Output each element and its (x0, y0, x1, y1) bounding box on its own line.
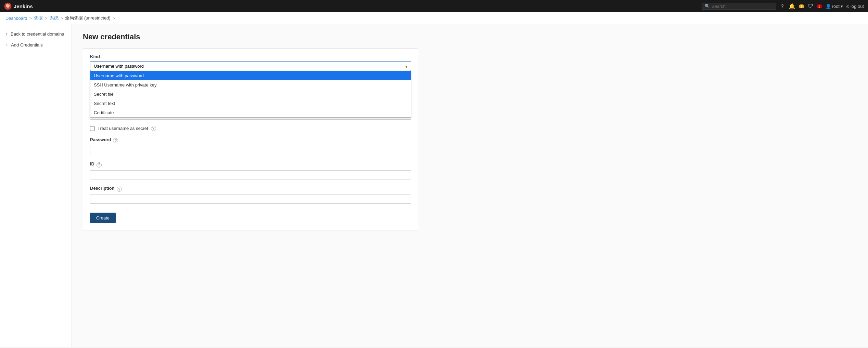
user-label: root (832, 4, 840, 9)
breadcrumb-sep-3: > (61, 16, 63, 21)
description-help-icon[interactable]: ? (117, 187, 122, 192)
description-input[interactable] (90, 195, 411, 204)
add-icon: + (5, 42, 8, 48)
kind-row: Kind Username with password SSH Username… (83, 49, 418, 71)
treat-username-help-icon[interactable]: ? (151, 126, 156, 131)
breadcrumb-dashboard[interactable]: Dashboard (5, 16, 27, 21)
logout-label: log out (851, 4, 864, 9)
svg-point-3 (7, 4, 8, 5)
breadcrumb-sep-1: > (29, 16, 32, 21)
sidebar: ↑ Back to credential domains + Add Crede… (0, 24, 72, 347)
search-icon: 🔍 (705, 4, 710, 9)
kind-select[interactable]: Username with password SSH Username with… (90, 61, 411, 71)
breadcrumb-global: 全局凭据 (unrestricted) (65, 15, 110, 21)
user-icon: 👤 (826, 4, 831, 9)
password-field-row: Password ? (90, 137, 411, 155)
breadcrumb-system[interactable]: 系统 (50, 15, 59, 21)
new-credentials-form: Kind Username with password SSH Username… (83, 48, 418, 230)
search-input[interactable] (712, 4, 773, 9)
password-input[interactable] (90, 146, 411, 155)
logout-button[interactable]: ⎋ log out (846, 4, 864, 9)
breadcrumb-sep-2: > (45, 16, 48, 21)
dropdown-item-ssh[interactable]: SSH Username with private key (90, 80, 411, 90)
search-box[interactable]: 🔍 (702, 3, 776, 10)
id-input[interactable] (90, 170, 411, 179)
shield-icon[interactable]: 🛡 (808, 3, 813, 9)
shield-badge: 1 (817, 4, 822, 8)
description-label: Description (90, 186, 115, 191)
create-button[interactable]: Create (90, 213, 116, 223)
kind-label: Kind (90, 54, 411, 59)
main-content: New credentials Kind Username with passw… (72, 24, 868, 347)
sidebar-back-label: Back to credential domains (11, 31, 64, 37)
sidebar-item-back[interactable]: ↑ Back to credential domains (0, 28, 72, 39)
brand-name: Jenkins (14, 3, 33, 9)
id-field-row: ID ? (90, 161, 411, 179)
help-button[interactable]: ? (780, 3, 785, 10)
dropdown-item-secret-file[interactable]: Secret file (90, 90, 411, 99)
dropdown-item-secret-text[interactable]: Secret text (90, 99, 411, 108)
back-icon: ↑ (5, 31, 8, 37)
svg-point-4 (8, 4, 9, 5)
breadcrumb-credentials[interactable]: 凭据 (34, 15, 43, 21)
kind-select-wrapper: Username with password SSH Username with… (90, 61, 411, 71)
breadcrumb-sep-4: > (113, 16, 115, 21)
id-help-icon[interactable]: ? (97, 162, 102, 168)
description-field-row: Description ? (90, 186, 411, 204)
id-label: ID (90, 161, 94, 166)
top-navigation: Jenkins 🔍 ? 🔔 1 🛡 1 👤 root ▾ ⎋ log out (0, 0, 868, 12)
sidebar-add-label: Add Credentials (11, 42, 43, 48)
jenkins-logo-link[interactable]: Jenkins (4, 2, 33, 10)
breadcrumb: Dashboard > 凭据 > 系统 > 全局凭据 (unrestricted… (0, 12, 868, 24)
page-title: New credentials (83, 32, 857, 41)
password-help-icon[interactable]: ? (113, 138, 118, 143)
treat-username-label: Treat username as secret (98, 126, 148, 131)
logout-icon: ⎋ (846, 4, 849, 9)
bell-icon[interactable]: 🔔 (789, 3, 795, 10)
kind-dropdown-open: Username with password SSH Username with… (90, 71, 411, 118)
password-label: Password (90, 137, 111, 142)
treat-username-checkbox-row: Treat username as secret ? (90, 126, 411, 131)
sidebar-item-add-credentials[interactable]: + Add Credentials (0, 39, 72, 50)
user-dropdown-icon: ▾ (841, 4, 843, 9)
user-menu[interactable]: 👤 root ▾ (826, 4, 843, 9)
bell-badge: 1 (799, 4, 804, 8)
treat-username-checkbox[interactable] (90, 126, 95, 131)
dropdown-item-username-password[interactable]: Username with password (90, 71, 411, 80)
dropdown-item-certificate[interactable]: Certificate (90, 108, 411, 117)
